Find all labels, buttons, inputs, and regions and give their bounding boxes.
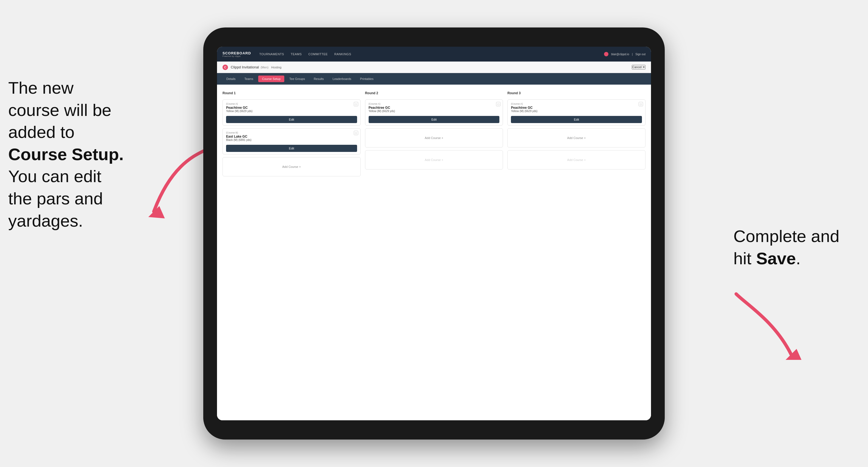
annotation-line2: course will be	[8, 100, 112, 120]
round1-add-course-card[interactable]: Add Course +	[222, 157, 361, 176]
round1-course-a-tee: Yellow (M) (6629 yds)	[226, 110, 357, 113]
user-email: blair@clippd.io	[611, 53, 629, 56]
round2-add-course-text: Add Course +	[425, 136, 443, 139]
tab-teams[interactable]: Teams	[241, 75, 257, 82]
annotation-right-line1: Complete and	[734, 227, 839, 246]
tab-details[interactable]: Details	[222, 75, 240, 82]
annotation-save-bold: Save	[756, 249, 796, 268]
round2-course-a-edit-button[interactable]: Edit	[369, 116, 500, 123]
round2-course-a-name: Peachtree GC	[369, 106, 500, 110]
round1-course-a-card: □ (Course A) Peachtree GC Yellow (M) (66…	[222, 99, 361, 126]
round2-course-a-delete[interactable]: □	[496, 102, 500, 106]
tab-printables[interactable]: Printables	[356, 75, 377, 82]
round3-add-course-disabled-card: Add Course +	[507, 150, 646, 169]
nav-tournaments[interactable]: TOURNAMENTS	[259, 53, 284, 56]
round1-course-b-label: (Course B)	[226, 131, 357, 134]
round-3-column: Round 3 □ (Course A) Peachtree GC Yellow…	[507, 91, 646, 176]
round-1-column: Round 1 □ (Course A) Peachtree GC Yellow…	[222, 91, 361, 176]
round-1-title: Round 1	[222, 91, 361, 95]
nav-committee[interactable]: COMMITTEE	[308, 53, 328, 56]
annotation-line6: the pars and	[8, 189, 103, 208]
round2-course-a-label: (Course A)	[369, 102, 500, 105]
nav-teams[interactable]: TEAMS	[290, 53, 302, 56]
round2-add-course-disabled-text: Add Course +	[425, 158, 443, 161]
round3-course-a-label: (Course A)	[511, 102, 642, 105]
rounds-grid: Round 1 □ (Course A) Peachtree GC Yellow…	[222, 91, 646, 176]
top-navigation: SCOREBOARD Powered by clippd TOURNAMENTS…	[217, 47, 651, 62]
separator: |	[632, 53, 633, 56]
round1-course-b-delete[interactable]: □	[354, 131, 358, 135]
round1-course-b-edit-button[interactable]: Edit	[226, 145, 357, 152]
annotation-right: Complete and hit Save.	[734, 225, 851, 270]
logo-title: SCOREBOARD	[222, 51, 251, 55]
tab-course-setup[interactable]: Course Setup	[258, 75, 284, 82]
round3-course-a-delete[interactable]: □	[639, 102, 643, 106]
round3-course-a-name: Peachtree GC	[511, 106, 642, 110]
annotation-line3: added to	[8, 123, 74, 142]
main-content: Round 1 □ (Course A) Peachtree GC Yellow…	[217, 85, 651, 420]
tablet-screen: SCOREBOARD Powered by clippd TOURNAMENTS…	[217, 47, 651, 420]
annotation-left: The new course will be added to Course S…	[8, 77, 151, 232]
round1-course-b-tee: Black (M) (6891 yds)	[226, 138, 357, 142]
user-avatar-dot	[604, 52, 609, 56]
round3-add-course-text: Add Course +	[567, 136, 586, 139]
scoreboard-logo: SCOREBOARD Powered by clippd	[222, 51, 251, 57]
clippd-logo: C	[222, 65, 228, 70]
round1-course-a-delete[interactable]: □	[354, 102, 358, 106]
top-nav-right: blair@clippd.io | Sign out	[604, 52, 646, 56]
round2-add-course-active-card[interactable]: Add Course +	[365, 128, 503, 148]
round2-course-a-card: □ (Course A) Peachtree GC Yellow (M) (66…	[365, 99, 503, 126]
hosting-badge: Hosting	[271, 66, 281, 69]
annotation-line4: Course Setup.	[8, 145, 124, 164]
round-2-title: Round 2	[365, 91, 503, 95]
round1-course-a-edit-button[interactable]: Edit	[226, 116, 357, 123]
round3-course-a-edit-button[interactable]: Edit	[511, 116, 642, 123]
round3-course-a-card: □ (Course A) Peachtree GC Yellow (M) (66…	[507, 99, 646, 126]
round1-course-a-name: Peachtree GC	[226, 106, 357, 110]
round1-course-a-label: (Course A)	[226, 102, 357, 105]
cancel-button[interactable]: Cancel ✕	[632, 65, 646, 69]
nav-rankings[interactable]: RANKINGS	[334, 53, 351, 56]
arrow-right-icon	[731, 288, 802, 360]
top-nav-links: TOURNAMENTS TEAMS COMMITTEE RANKINGS	[259, 53, 604, 56]
annotation-line1: The new	[8, 78, 73, 97]
tab-tee-groups[interactable]: Tee Groups	[285, 75, 309, 82]
tablet-device: SCOREBOARD Powered by clippd TOURNAMENTS…	[203, 28, 665, 439]
round3-add-course-disabled-text: Add Course +	[567, 158, 586, 161]
tab-leaderboards[interactable]: Leaderboards	[329, 75, 355, 82]
sign-out-link[interactable]: Sign out	[636, 53, 646, 56]
round1-course-b-card: □ (Course B) East Lake GC Black (M) (689…	[222, 128, 361, 154]
round1-course-b-name: East Lake GC	[226, 134, 357, 138]
annotation-line7: yardages.	[8, 211, 83, 230]
annotation-line5: You can edit	[8, 167, 101, 186]
round1-add-course-text: Add Course +	[282, 165, 301, 168]
round2-course-a-tee: Yellow (M) (6629 yds)	[369, 110, 500, 113]
tab-results[interactable]: Results	[310, 75, 328, 82]
round-2-column: Round 2 □ (Course A) Peachtree GC Yellow…	[365, 91, 503, 176]
logo-subtitle: Powered by clippd	[222, 55, 251, 57]
round-3-title: Round 3	[507, 91, 646, 95]
arrow-left-icon	[137, 146, 214, 222]
annotation-right-line2: hit Save.	[734, 249, 801, 268]
round3-course-a-tee: Yellow (M) (6629 yds)	[511, 110, 642, 113]
tournament-gender: (Men)	[261, 66, 269, 69]
tournament-bar: C Clippd Invitational (Men) Hosting Canc…	[217, 62, 651, 73]
sub-tabs-bar: Details Teams Course Setup Tee Groups Re…	[217, 73, 651, 85]
round2-add-course-disabled-card: Add Course +	[365, 150, 503, 169]
tournament-name: Clippd Invitational	[231, 65, 259, 69]
round3-add-course-active-card[interactable]: Add Course +	[507, 128, 646, 148]
